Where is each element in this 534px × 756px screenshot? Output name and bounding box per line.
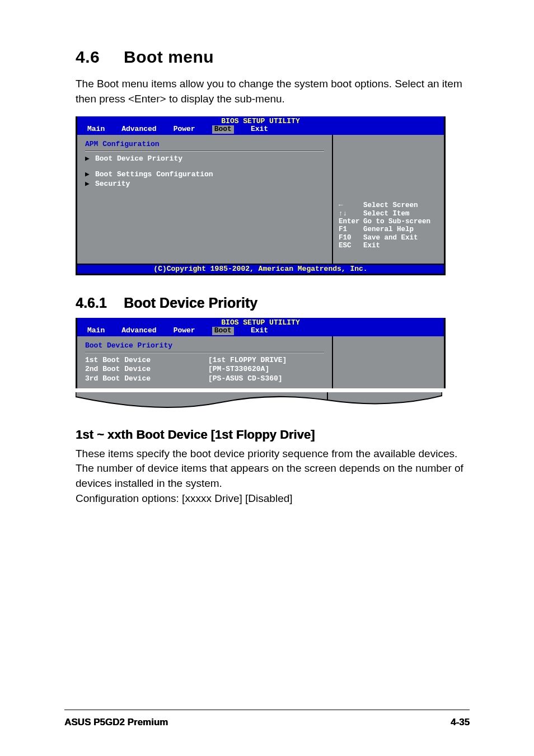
bios-left-pane: APM Configuration ▶Boot Device Priority … [77, 135, 333, 264]
boot-device-label: 1st Boot Device [85, 356, 208, 364]
subsection-number: 4.6.1 [76, 295, 124, 311]
boot-device-value: [PM-ST330620A] [208, 365, 269, 373]
help-key: ↑↓ [339, 210, 363, 218]
bios-divider [85, 352, 324, 353]
menu-item-boot-settings-config[interactable]: ▶Boot Settings Configuration [85, 171, 324, 179]
tab-exit[interactable]: Exit [251, 327, 268, 335]
bios-title: BIOS SETUP UTILITY [77, 116, 444, 125]
menu-item-boot-device-priority[interactable]: ▶Boot Device Priority [85, 155, 324, 163]
tab-main[interactable]: Main [87, 327, 105, 335]
document-page: 4.6Boot menu The Boot menu items allow y… [0, 0, 534, 756]
menu-item-label: Boot Device Priority [95, 154, 182, 163]
boot-device-label: 2nd Boot Device [85, 365, 208, 373]
boot-device-value: [1st FLOPPY DRIVE] [208, 356, 287, 364]
boot-device-row-2[interactable]: 2nd Boot Device[PM-ST330620A] [85, 365, 324, 373]
bios-menu-bar: MainAdvancedPowerBootExit [77, 125, 444, 134]
option-description: These items specify the boot device prio… [76, 447, 470, 491]
menu-item-security[interactable]: ▶Security [85, 180, 324, 188]
page-footer: ASUS P5GD2 Premium 4-35 [64, 717, 470, 728]
bios-section-title: APM Configuration [85, 140, 324, 148]
bios-right-pane [333, 336, 444, 388]
bios-help-legend: ←Select Screen ↑↓Select Item EnterGo to … [339, 194, 430, 258]
subsection-title: Boot Device Priority [124, 295, 257, 311]
tab-power[interactable]: Power [174, 125, 195, 133]
tab-advanced[interactable]: Advanced [121, 125, 156, 133]
tab-exit[interactable]: Exit [251, 125, 268, 133]
boot-device-value: [PS-ASUS CD-S360] [208, 375, 283, 383]
help-key: ← [339, 201, 363, 209]
submenu-arrow-icon: ▶ [85, 155, 95, 163]
tab-boot[interactable]: Boot [212, 327, 234, 335]
boot-device-row-3[interactable]: 3rd Boot Device[PS-ASUS CD-S360] [85, 375, 324, 383]
boot-device-label: 3rd Boot Device [85, 375, 208, 383]
boot-device-row-1[interactable]: 1st Boot Device[1st FLOPPY DRIVE] [85, 356, 324, 364]
menu-item-label: Security [95, 180, 130, 188]
help-label: Exit [363, 242, 380, 250]
configuration-options: Configuration options: [xxxxx Drive] [Di… [76, 491, 470, 506]
help-label: Save and Exit [363, 234, 418, 242]
tab-boot[interactable]: Boot [212, 125, 234, 133]
submenu-arrow-icon: ▶ [85, 171, 95, 179]
tab-advanced[interactable]: Advanced [121, 327, 156, 335]
subsection-heading: 4.6.1Boot Device Priority [76, 295, 470, 311]
submenu-arrow-icon: ▶ [85, 180, 95, 188]
tab-power[interactable]: Power [174, 327, 195, 335]
help-key: ESC [339, 242, 363, 250]
option-heading: 1st ~ xxth Boot Device [1st Floppy Drive… [76, 428, 470, 442]
menu-item-label: Boot Settings Configuration [95, 170, 213, 179]
spacer [85, 164, 324, 170]
tab-main[interactable]: Main [87, 125, 105, 133]
bios-right-pane: ←Select Screen ↑↓Select Item EnterGo to … [333, 135, 444, 264]
bios-screenshot-boot-menu: BIOS SETUP UTILITY MainAdvancedPowerBoot… [76, 116, 446, 275]
section-number: 4.6 [76, 48, 124, 67]
bios-body: Boot Device Priority 1st Boot Device[1st… [77, 336, 444, 388]
intro-paragraph: The Boot menu items allow you to change … [76, 77, 470, 106]
bios-menu-bar: MainAdvancedPowerBootExit [77, 327, 444, 336]
help-key: F1 [339, 226, 363, 233]
bios-body: APM Configuration ▶Boot Device Priority … [77, 135, 444, 264]
footer-rule [64, 710, 470, 710]
footer-product: ASUS P5GD2 Premium [64, 717, 168, 728]
bios-section-title: Boot Device Priority [85, 342, 324, 350]
help-label: Select Item [363, 210, 410, 218]
help-key: F10 [339, 234, 363, 242]
help-label: Go to Sub-screen [363, 218, 430, 226]
section-title: Boot menu [124, 48, 214, 66]
bios-divider [85, 151, 324, 152]
bios-copyright: (C)Copyright 1985-2002, American Megatre… [77, 264, 444, 274]
bios-torn-edge [76, 392, 442, 412]
bios-screenshot-boot-priority: BIOS SETUP UTILITY MainAdvancedPowerBoot… [76, 318, 446, 388]
section-heading: 4.6Boot menu [76, 48, 470, 67]
bios-title: BIOS SETUP UTILITY [77, 318, 444, 327]
help-label: General Help [363, 226, 414, 233]
bios-left-pane: Boot Device Priority 1st Boot Device[1st… [77, 336, 333, 388]
footer-page-number: 4-35 [451, 717, 470, 728]
help-key: Enter [339, 218, 363, 226]
help-label: Select Screen [363, 201, 418, 209]
